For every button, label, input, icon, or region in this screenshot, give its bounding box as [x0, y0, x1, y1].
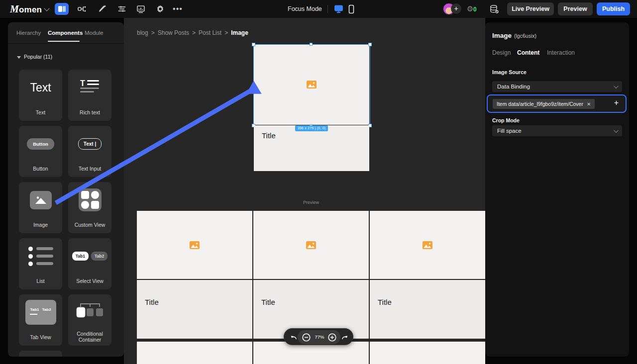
component-label: Conditional Container: [68, 331, 111, 343]
preview-card-partial[interactable]: [370, 342, 485, 364]
title-text-element[interactable]: Title: [254, 125, 369, 171]
binding-chip[interactable]: Item data/article_l9fgbo9z/item/Cover ✕: [493, 99, 595, 109]
breadcrumb-item[interactable]: Post List: [199, 29, 221, 36]
mobile-view-toggle[interactable]: [346, 4, 356, 14]
component-label: Text Input: [68, 166, 111, 172]
desktop-icon: [334, 4, 343, 13]
component-card-tab-view[interactable]: Tab1Tab2 Tab View: [19, 294, 62, 346]
gear-icon: [156, 4, 165, 13]
conditional-container-icon: [75, 300, 106, 325]
tab-interaction[interactable]: Interaction: [547, 49, 575, 56]
inspector-panel: Image(lgc6usix) Design Content Interacti…: [485, 22, 629, 357]
preview-title-text: Title: [261, 298, 275, 306]
app-window: Momen ••• Focus Mode +: [0, 0, 637, 364]
undo-button[interactable]: [287, 329, 299, 346]
component-card-text-input[interactable]: Text | Text Input: [68, 126, 111, 177]
crop-mode-value: Fill space: [497, 128, 522, 134]
toolbar-divider: [327, 5, 328, 13]
tab-content[interactable]: Content: [517, 49, 539, 56]
monitor-chart-icon: [136, 5, 145, 13]
component-card-button[interactable]: Button Button: [19, 126, 62, 177]
remove-binding-icon[interactable]: ✕: [587, 101, 591, 107]
database-check-icon: [489, 4, 499, 14]
image-placeholder-icon: [307, 81, 317, 89]
crop-mode-dropdown[interactable]: Fill space: [492, 125, 622, 136]
zoom-in-button[interactable]: [326, 329, 338, 346]
tab-hierarchy[interactable]: Hierarchy: [16, 30, 41, 36]
title-text: Title: [262, 131, 276, 140]
component-card-conditional-container[interactable]: Conditional Container: [68, 294, 111, 346]
breadcrumb-current: Image: [231, 29, 248, 36]
chevron-down-icon: [44, 5, 49, 11]
component-label: Select View: [68, 278, 111, 284]
component-card-image[interactable]: Image: [19, 182, 62, 233]
redo-button[interactable]: [339, 329, 351, 346]
component-label: Custom View: [68, 222, 111, 228]
config-center-button[interactable]: [117, 4, 127, 14]
image-source-label: Image Source: [492, 69, 527, 75]
preview-image-zone: [253, 211, 369, 279]
preview-section-label: Preview: [286, 200, 336, 205]
data-binding-field[interactable]: Item data/article_l9fgbo9z/item/Cover ✕ …: [487, 94, 627, 113]
preview-image-zone: [370, 211, 485, 279]
publish-button[interactable]: Publish: [597, 2, 630, 15]
chevron-down-icon: [614, 84, 619, 89]
add-collaborator-button[interactable]: +: [451, 3, 461, 14]
preview-title-zone: Title: [370, 280, 485, 339]
chevron-down-icon: [614, 128, 619, 133]
top-toolbar: Momen ••• Focus Mode +: [0, 0, 637, 18]
more-menu-button[interactable]: •••: [173, 4, 183, 14]
component-card-select-view[interactable]: Tab1 Tab2 Select View: [68, 238, 111, 289]
image-placeholder-icon: [306, 241, 316, 249]
svg-text:T: T: [80, 79, 85, 88]
live-preview-button[interactable]: Live Preview: [507, 2, 554, 15]
active-tab-underline: [48, 41, 80, 42]
add-binding-button[interactable]: +: [614, 98, 619, 107]
rich-text-icon: T: [80, 79, 100, 96]
component-card-list[interactable]: List: [19, 238, 62, 289]
pages-panel-button[interactable]: [55, 3, 69, 15]
component-card-custom-view[interactable]: Custom View: [68, 182, 111, 233]
breadcrumb-item[interactable]: Show Posts: [158, 29, 189, 36]
image-source-dropdown[interactable]: Data Binding: [492, 81, 622, 92]
tab-design[interactable]: Design: [492, 49, 511, 56]
analytics-button[interactable]: [136, 4, 146, 14]
selected-image-element[interactable]: [254, 45, 369, 125]
app-logo[interactable]: Momen: [10, 3, 49, 15]
desktop-view-toggle[interactable]: [333, 4, 343, 14]
logo-text: Momen: [10, 3, 42, 15]
undo-icon: [290, 334, 297, 340]
tab-components[interactable]: Components: [48, 30, 83, 36]
section-collapse-caret[interactable]: [17, 56, 21, 59]
preview-title-zone: Title: [137, 280, 252, 339]
zoom-out-button[interactable]: [300, 329, 312, 346]
settings-button[interactable]: [155, 4, 165, 14]
focus-mode-label: Focus Mode: [288, 5, 322, 12]
select-view-icon: Tab1 Tab2: [72, 252, 107, 261]
credits-indicator[interactable]: ⚙ 0: [467, 4, 482, 14]
breadcrumb-separator: >: [151, 29, 155, 36]
data-sync-button[interactable]: [489, 4, 499, 14]
pages-icon: [58, 5, 66, 12]
component-label: Button: [19, 166, 62, 172]
breadcrumb: blog > Show Posts > Post List > Image: [137, 29, 248, 36]
breadcrumb-item[interactable]: blog: [137, 29, 148, 36]
tab-module[interactable]: Module: [85, 30, 104, 36]
zoom-level[interactable]: 77%: [313, 334, 326, 340]
image-placeholder-icon: [190, 241, 200, 249]
image-placeholder-icon: [423, 241, 432, 249]
actions-button[interactable]: [97, 4, 107, 14]
image-icon: [30, 191, 52, 209]
list-icon: [28, 247, 53, 266]
editor-canvas[interactable]: blog > Show Posts > Post List > Image Ti…: [124, 18, 485, 364]
image-source-value: Data Binding: [497, 84, 530, 90]
workflow-button[interactable]: [77, 4, 87, 14]
breadcrumb-separator: >: [224, 29, 228, 36]
minus-circle-icon: [302, 333, 311, 342]
component-card-rich-text[interactable]: T Rich text: [68, 70, 111, 121]
preview-button[interactable]: Preview: [558, 2, 593, 15]
component-card-text[interactable]: Text Text: [19, 70, 62, 121]
component-card-partial[interactable]: [19, 351, 62, 357]
preview-card-partial[interactable]: [137, 342, 252, 364]
element-id: (lgc6usix): [514, 33, 536, 39]
